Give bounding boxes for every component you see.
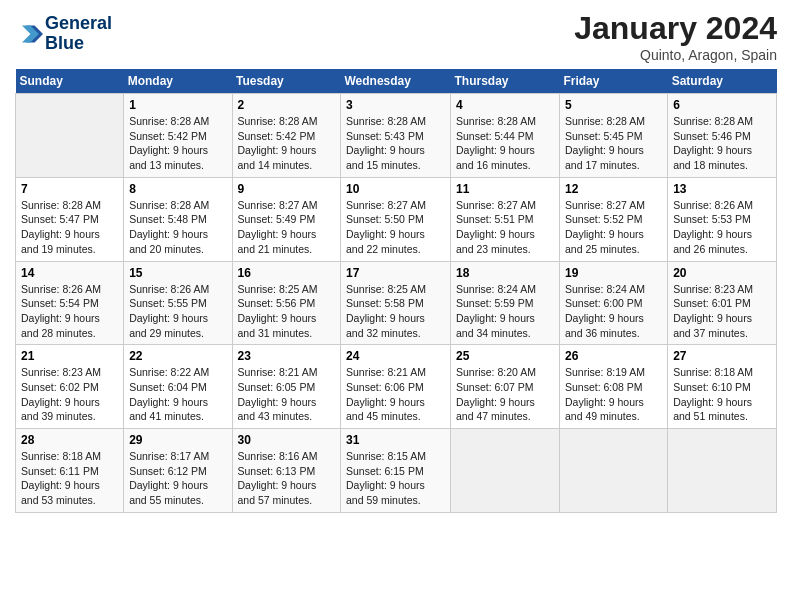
day-cell: 2Sunrise: 8:28 AM Sunset: 5:42 PM Daylig… xyxy=(232,94,341,178)
day-cell: 12Sunrise: 8:27 AM Sunset: 5:52 PM Dayli… xyxy=(559,177,667,261)
day-cell: 13Sunrise: 8:26 AM Sunset: 5:53 PM Dayli… xyxy=(668,177,777,261)
day-number: 17 xyxy=(346,266,445,280)
day-info: Sunrise: 8:28 AM Sunset: 5:48 PM Dayligh… xyxy=(129,198,226,257)
day-number: 27 xyxy=(673,349,771,363)
day-number: 13 xyxy=(673,182,771,196)
logo-line1: General xyxy=(45,14,112,34)
day-info: Sunrise: 8:28 AM Sunset: 5:42 PM Dayligh… xyxy=(238,114,336,173)
day-number: 26 xyxy=(565,349,662,363)
day-info: Sunrise: 8:28 AM Sunset: 5:42 PM Dayligh… xyxy=(129,114,226,173)
week-row-1: 7Sunrise: 8:28 AM Sunset: 5:47 PM Daylig… xyxy=(16,177,777,261)
day-number: 29 xyxy=(129,433,226,447)
main-container: General Blue January 2024 Quinto, Aragon… xyxy=(0,0,792,523)
day-cell: 16Sunrise: 8:25 AM Sunset: 5:56 PM Dayli… xyxy=(232,261,341,345)
title-block: January 2024 Quinto, Aragon, Spain xyxy=(574,10,777,63)
day-info: Sunrise: 8:18 AM Sunset: 6:11 PM Dayligh… xyxy=(21,449,118,508)
day-info: Sunrise: 8:26 AM Sunset: 5:55 PM Dayligh… xyxy=(129,282,226,341)
header-row: General Blue January 2024 Quinto, Aragon… xyxy=(15,10,777,63)
day-info: Sunrise: 8:23 AM Sunset: 6:02 PM Dayligh… xyxy=(21,365,118,424)
day-cell xyxy=(559,429,667,513)
day-number: 24 xyxy=(346,349,445,363)
day-info: Sunrise: 8:15 AM Sunset: 6:15 PM Dayligh… xyxy=(346,449,445,508)
day-cell: 15Sunrise: 8:26 AM Sunset: 5:55 PM Dayli… xyxy=(124,261,232,345)
day-cell: 28Sunrise: 8:18 AM Sunset: 6:11 PM Dayli… xyxy=(16,429,124,513)
day-cell: 21Sunrise: 8:23 AM Sunset: 6:02 PM Dayli… xyxy=(16,345,124,429)
location-subtitle: Quinto, Aragon, Spain xyxy=(574,47,777,63)
week-row-2: 14Sunrise: 8:26 AM Sunset: 5:54 PM Dayli… xyxy=(16,261,777,345)
day-number: 31 xyxy=(346,433,445,447)
day-cell: 1Sunrise: 8:28 AM Sunset: 5:42 PM Daylig… xyxy=(124,94,232,178)
day-number: 21 xyxy=(21,349,118,363)
day-cell: 17Sunrise: 8:25 AM Sunset: 5:58 PM Dayli… xyxy=(341,261,451,345)
week-row-3: 21Sunrise: 8:23 AM Sunset: 6:02 PM Dayli… xyxy=(16,345,777,429)
day-cell: 27Sunrise: 8:18 AM Sunset: 6:10 PM Dayli… xyxy=(668,345,777,429)
header-cell-tuesday: Tuesday xyxy=(232,69,341,94)
day-info: Sunrise: 8:28 AM Sunset: 5:44 PM Dayligh… xyxy=(456,114,554,173)
day-number: 23 xyxy=(238,349,336,363)
header-cell-monday: Monday xyxy=(124,69,232,94)
day-info: Sunrise: 8:24 AM Sunset: 6:00 PM Dayligh… xyxy=(565,282,662,341)
day-cell xyxy=(668,429,777,513)
day-cell: 25Sunrise: 8:20 AM Sunset: 6:07 PM Dayli… xyxy=(450,345,559,429)
day-number: 4 xyxy=(456,98,554,112)
day-cell: 7Sunrise: 8:28 AM Sunset: 5:47 PM Daylig… xyxy=(16,177,124,261)
day-info: Sunrise: 8:27 AM Sunset: 5:50 PM Dayligh… xyxy=(346,198,445,257)
day-number: 16 xyxy=(238,266,336,280)
day-cell: 4Sunrise: 8:28 AM Sunset: 5:44 PM Daylig… xyxy=(450,94,559,178)
day-number: 22 xyxy=(129,349,226,363)
logo-line2: Blue xyxy=(45,34,112,54)
header-cell-sunday: Sunday xyxy=(16,69,124,94)
day-number: 8 xyxy=(129,182,226,196)
day-info: Sunrise: 8:27 AM Sunset: 5:49 PM Dayligh… xyxy=(238,198,336,257)
day-cell: 23Sunrise: 8:21 AM Sunset: 6:05 PM Dayli… xyxy=(232,345,341,429)
day-cell: 18Sunrise: 8:24 AM Sunset: 5:59 PM Dayli… xyxy=(450,261,559,345)
day-cell: 11Sunrise: 8:27 AM Sunset: 5:51 PM Dayli… xyxy=(450,177,559,261)
day-cell: 9Sunrise: 8:27 AM Sunset: 5:49 PM Daylig… xyxy=(232,177,341,261)
day-number: 1 xyxy=(129,98,226,112)
day-cell: 3Sunrise: 8:28 AM Sunset: 5:43 PM Daylig… xyxy=(341,94,451,178)
logo: General Blue xyxy=(15,14,112,54)
day-number: 2 xyxy=(238,98,336,112)
day-number: 12 xyxy=(565,182,662,196)
day-info: Sunrise: 8:24 AM Sunset: 5:59 PM Dayligh… xyxy=(456,282,554,341)
day-number: 11 xyxy=(456,182,554,196)
calendar-table: SundayMondayTuesdayWednesdayThursdayFrid… xyxy=(15,69,777,513)
month-title: January 2024 xyxy=(574,10,777,47)
day-info: Sunrise: 8:28 AM Sunset: 5:46 PM Dayligh… xyxy=(673,114,771,173)
day-number: 10 xyxy=(346,182,445,196)
day-number: 15 xyxy=(129,266,226,280)
day-info: Sunrise: 8:21 AM Sunset: 6:05 PM Dayligh… xyxy=(238,365,336,424)
day-info: Sunrise: 8:27 AM Sunset: 5:52 PM Dayligh… xyxy=(565,198,662,257)
day-cell xyxy=(450,429,559,513)
day-info: Sunrise: 8:26 AM Sunset: 5:54 PM Dayligh… xyxy=(21,282,118,341)
header-cell-wednesday: Wednesday xyxy=(341,69,451,94)
header-cell-friday: Friday xyxy=(559,69,667,94)
day-number: 5 xyxy=(565,98,662,112)
day-info: Sunrise: 8:19 AM Sunset: 6:08 PM Dayligh… xyxy=(565,365,662,424)
calendar-header: SundayMondayTuesdayWednesdayThursdayFrid… xyxy=(16,69,777,94)
day-cell: 5Sunrise: 8:28 AM Sunset: 5:45 PM Daylig… xyxy=(559,94,667,178)
day-number: 18 xyxy=(456,266,554,280)
day-number: 9 xyxy=(238,182,336,196)
day-info: Sunrise: 8:27 AM Sunset: 5:51 PM Dayligh… xyxy=(456,198,554,257)
day-number: 3 xyxy=(346,98,445,112)
day-cell: 20Sunrise: 8:23 AM Sunset: 6:01 PM Dayli… xyxy=(668,261,777,345)
calendar-body: 1Sunrise: 8:28 AM Sunset: 5:42 PM Daylig… xyxy=(16,94,777,513)
day-info: Sunrise: 8:26 AM Sunset: 5:53 PM Dayligh… xyxy=(673,198,771,257)
day-info: Sunrise: 8:21 AM Sunset: 6:06 PM Dayligh… xyxy=(346,365,445,424)
day-cell: 24Sunrise: 8:21 AM Sunset: 6:06 PM Dayli… xyxy=(341,345,451,429)
week-row-0: 1Sunrise: 8:28 AM Sunset: 5:42 PM Daylig… xyxy=(16,94,777,178)
day-info: Sunrise: 8:25 AM Sunset: 5:58 PM Dayligh… xyxy=(346,282,445,341)
day-cell xyxy=(16,94,124,178)
day-number: 7 xyxy=(21,182,118,196)
day-number: 20 xyxy=(673,266,771,280)
day-cell: 31Sunrise: 8:15 AM Sunset: 6:15 PM Dayli… xyxy=(341,429,451,513)
day-cell: 26Sunrise: 8:19 AM Sunset: 6:08 PM Dayli… xyxy=(559,345,667,429)
day-cell: 22Sunrise: 8:22 AM Sunset: 6:04 PM Dayli… xyxy=(124,345,232,429)
day-info: Sunrise: 8:28 AM Sunset: 5:45 PM Dayligh… xyxy=(565,114,662,173)
day-info: Sunrise: 8:25 AM Sunset: 5:56 PM Dayligh… xyxy=(238,282,336,341)
header-row-days: SundayMondayTuesdayWednesdayThursdayFrid… xyxy=(16,69,777,94)
day-info: Sunrise: 8:28 AM Sunset: 5:47 PM Dayligh… xyxy=(21,198,118,257)
day-cell: 10Sunrise: 8:27 AM Sunset: 5:50 PM Dayli… xyxy=(341,177,451,261)
day-number: 14 xyxy=(21,266,118,280)
